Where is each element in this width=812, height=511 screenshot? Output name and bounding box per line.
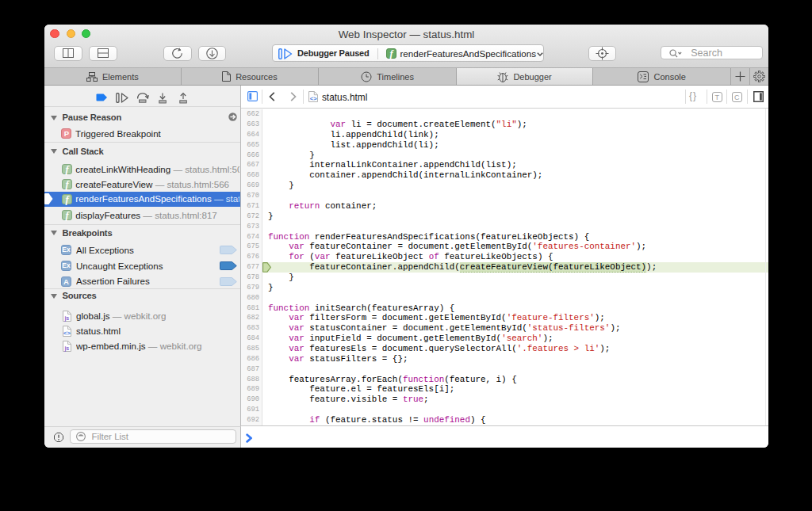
svg-text:T: T bbox=[714, 93, 719, 101]
svg-text:js: js bbox=[63, 345, 69, 352]
svg-text:<>: <> bbox=[63, 329, 71, 336]
svg-text:js: js bbox=[63, 315, 69, 322]
svg-text:C: C bbox=[734, 93, 740, 101]
svg-text:<>: <> bbox=[310, 94, 317, 101]
